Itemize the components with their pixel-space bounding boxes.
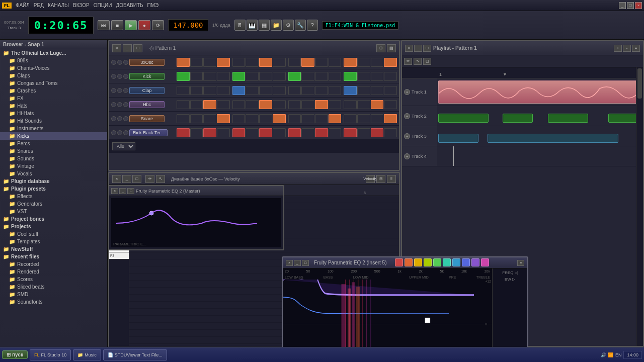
solo-btn-5[interactable]: [117, 130, 122, 135]
menu-channels[interactable]: КАНАЛЫ: [48, 3, 69, 8]
transport-controls[interactable]: ⏮ ■ ▶ ● ⟳: [98, 20, 164, 30]
sidebar-item-soundfonts[interactable]: 📁Soundfonts: [0, 298, 107, 306]
step-btn-4-2[interactable]: [203, 114, 216, 123]
track-1-mute[interactable]: ●: [404, 89, 410, 95]
sidebar-item-cool-stuff[interactable]: 📁Cool stuff: [0, 230, 107, 238]
step-btn-1-9[interactable]: [301, 72, 314, 81]
playlist-controls[interactable]: + - ≡: [614, 45, 640, 52]
step-btn-2-7[interactable]: [273, 86, 286, 95]
piano-roll-header-btns[interactable]: × _ □: [112, 175, 141, 183]
eq-insert-max[interactable]: □: [302, 260, 309, 266]
step-btn-4-14[interactable]: [371, 114, 384, 123]
scrollbar-thumb[interactable]: [637, 68, 642, 99]
track-3-content[interactable]: [437, 126, 643, 146]
step-row-controls-0[interactable]: 3xOsc: [111, 59, 177, 66]
step-btn-5-2[interactable]: [203, 128, 216, 137]
step-row-name-5[interactable]: Rick Rack Ter...: [129, 129, 168, 136]
sidebar-item-plugin-presets[interactable]: 📁Plugin presets: [0, 185, 107, 193]
step-btn-5-9[interactable]: [301, 128, 314, 137]
stop-button[interactable]: ■: [111, 20, 123, 30]
eq-insert-settings[interactable]: ≡: [517, 260, 524, 266]
step-btn-0-14[interactable]: [371, 58, 384, 67]
step-btn-1-6[interactable]: [259, 72, 272, 81]
sidebar-item-effects[interactable]: 📁Effects: [0, 193, 107, 200]
sidebar-item-claps[interactable]: 📁Claps: [0, 72, 107, 79]
playlist-header-controls[interactable]: × _ □: [405, 45, 431, 52]
menu-bar[interactable]: ФАЙЛ РЕД КАНАЛЫ ВКЗОР ОПЦИИ ДОБАВИТЬ ПМЭ: [16, 3, 158, 8]
step-row-name-0[interactable]: 3xOsc: [129, 59, 165, 66]
step-btn-0-15[interactable]: [384, 58, 397, 67]
eq-insert-min[interactable]: _: [294, 260, 301, 266]
playlist-settings[interactable]: ≡: [632, 45, 640, 52]
vol-btn-3[interactable]: [123, 102, 128, 107]
track-1-content[interactable]: [437, 78, 643, 106]
step-row-controls-3[interactable]: Hbc: [111, 101, 177, 108]
step-btn-0-7[interactable]: [273, 58, 286, 67]
sidebar-item-smd[interactable]: 📁SMD: [0, 291, 107, 298]
step-btn-3-1[interactable]: [190, 100, 203, 109]
playlist-max-btn[interactable]: □: [423, 45, 431, 52]
playlist-scrollbar[interactable]: [636, 67, 643, 346]
step-row-controls-4[interactable]: Snare: [111, 115, 177, 122]
step-buttons-5[interactable]: [177, 128, 397, 137]
sidebar-item-congas-and-toms[interactable]: 📁Congas and Toms: [0, 79, 107, 87]
step-btn-2-4[interactable]: [232, 86, 246, 95]
menu-view[interactable]: ВКЗОР: [73, 3, 90, 8]
eq-insert-right-btns[interactable]: ≡: [517, 260, 524, 266]
step-btn-0-2[interactable]: [203, 58, 216, 67]
step-btn-1-8[interactable]: [288, 72, 301, 81]
sidebar-item-hit-sounds[interactable]: 📁Hit Sounds: [0, 117, 107, 125]
step-btn-2-13[interactable]: [357, 86, 370, 95]
vol-btn-1[interactable]: [123, 74, 128, 79]
step-btn-3-2[interactable]: [203, 100, 216, 109]
step-btn-4-5[interactable]: [246, 114, 259, 123]
vol-btn-5[interactable]: [123, 130, 128, 135]
sidebar-item-scores[interactable]: 📁Scores: [0, 276, 107, 283]
step-icon[interactable]: ▦: [259, 20, 270, 31]
step-btn-1-4[interactable]: [232, 72, 246, 81]
step-btn-2-5[interactable]: [246, 86, 259, 95]
band-6-btn[interactable]: [443, 258, 451, 266]
solo-btn-4[interactable]: [117, 116, 122, 121]
step-btn-3-8[interactable]: [288, 100, 301, 109]
band-5-btn[interactable]: [433, 258, 441, 266]
step-btn-4-15[interactable]: [384, 114, 397, 123]
track-2-clip-2[interactable]: [503, 114, 533, 123]
eq-insert-btns[interactable]: × _ □: [286, 260, 309, 266]
mute-btn-5[interactable]: [111, 130, 116, 135]
track-1-clip[interactable]: [438, 80, 642, 104]
piano-icon[interactable]: 🎹: [247, 20, 258, 31]
browser-icon[interactable]: 📁: [271, 20, 282, 31]
step-btn-5-10[interactable]: [315, 128, 328, 137]
pattern-button[interactable]: ⟳: [152, 20, 164, 30]
mute-btn-1[interactable]: [111, 74, 116, 79]
step-buttons-1[interactable]: [177, 72, 397, 81]
seq-header-controls[interactable]: × _ □: [112, 44, 142, 52]
sidebar-item-sliced-beats[interactable]: 📁Sliced beats: [0, 283, 107, 291]
help-icon[interactable]: ?: [307, 20, 318, 31]
taskbar-item-music[interactable]: 📁 Music: [73, 349, 101, 360]
step-btn-2-11[interactable]: [329, 86, 342, 95]
plugin-icon[interactable]: ⚙: [283, 20, 294, 31]
seq-settings-btn[interactable]: ▤: [387, 44, 396, 52]
sidebar-item-plugin-database[interactable]: 📁Plugin database: [0, 177, 107, 185]
step-btn-5-14[interactable]: [371, 128, 384, 137]
erase-tool[interactable]: ◻: [423, 58, 431, 65]
record-button[interactable]: ●: [138, 20, 150, 30]
sidebar-item-hats[interactable]: 📁Hats: [0, 102, 107, 110]
step-btn-1-3[interactable]: [217, 72, 230, 81]
step-btn-3-14[interactable]: [371, 100, 384, 109]
track-3-clip-1[interactable]: [438, 134, 478, 143]
close-button[interactable]: ×: [635, 2, 642, 9]
toolbar-icons[interactable]: 🎚 🎹 ▦ 📁 ⚙ 🔧 ?: [234, 20, 318, 31]
solo-btn-1[interactable]: [117, 74, 122, 79]
step-btn-0-10[interactable]: [315, 58, 328, 67]
sidebar-item-instruments[interactable]: 📁Instruments: [0, 125, 107, 132]
step-btn-3-7[interactable]: [273, 100, 286, 109]
step-btn-1-7[interactable]: [273, 72, 286, 81]
sidebar-item-sounds[interactable]: 📁Sounds: [0, 155, 107, 162]
step-btn-5-4[interactable]: [232, 128, 246, 137]
step-btn-0-9[interactable]: [301, 58, 314, 67]
step-btn-5-13[interactable]: [357, 128, 370, 137]
step-row-controls-5[interactable]: Rick Rack Ter...: [111, 129, 177, 136]
